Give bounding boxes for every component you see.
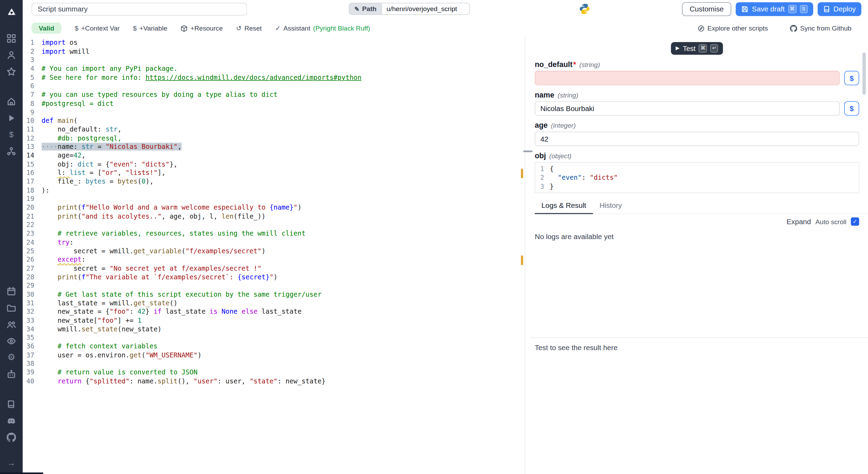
insert-variable-button[interactable]: $ [844, 101, 859, 116]
code-line[interactable]: except: [42, 256, 525, 264]
workers-robot-icon[interactable] [0, 366, 23, 382]
tab-history[interactable]: History [593, 198, 629, 213]
code-line[interactable]: #db: postgresql, [42, 134, 525, 143]
code-line[interactable]: def main( [42, 117, 525, 126]
field-label: age [535, 121, 548, 129]
code-line[interactable]: secret = wmill.get_variable("f/examples/… [42, 247, 525, 256]
line-number: 3 [23, 56, 41, 65]
code-line[interactable]: no_default: str, [42, 126, 525, 134]
reset-button[interactable]: ↺ Reset [236, 24, 262, 32]
code-line[interactable]: new_state["foo"] += 1 [42, 316, 525, 325]
apps-grid-icon[interactable] [0, 30, 23, 46]
line-number: 24 [23, 238, 41, 247]
obj-json-editor[interactable]: 1 { 2 "even": "dicts" 3 } [535, 162, 859, 193]
code-line[interactable]: #postgresql = dict [42, 100, 525, 108]
code-line[interactable]: # fetch context variables [42, 342, 525, 351]
runs-play-icon[interactable] [0, 110, 23, 126]
code-line[interactable] [42, 108, 525, 117]
code-line[interactable]: last_state = wmill.get_state() [42, 299, 525, 308]
groups-users-icon[interactable] [0, 316, 23, 332]
add-variable-button[interactable]: $ +Variable [133, 24, 167, 32]
variables-dollar-icon[interactable]: $ [0, 126, 23, 143]
code-line[interactable]: user = os.environ.get("WM_USERNAME") [42, 351, 525, 360]
code-line[interactable]: # you can use typed resources by doing a… [42, 91, 525, 100]
code-line[interactable]: wmill.set_state(new_state) [42, 325, 525, 334]
collapse-arrow-icon[interactable]: → [0, 454, 23, 471]
field-no-default: no_default* (string) $ [535, 60, 859, 85]
add-resource-button[interactable]: +Resource [181, 24, 223, 32]
code-line[interactable]: print(f"The variable at `f/examples/secr… [42, 273, 525, 282]
code-line[interactable]: import os [42, 39, 525, 48]
path-button[interactable]: ✎ Path [349, 3, 381, 15]
line-number: 20 [23, 204, 41, 212]
code-line[interactable]: secret = "No secret yet at f/examples/se… [42, 264, 525, 273]
code-line[interactable] [42, 82, 525, 91]
save-draft-button[interactable]: Save draft ⌘ S [736, 2, 813, 16]
code-line[interactable]: # You can import any PyPi package. [42, 65, 525, 74]
settings-gear-icon[interactable]: ⚙ [0, 349, 23, 366]
line-number: 14 [23, 152, 41, 160]
code-line[interactable] [42, 282, 525, 290]
line-number: 31 [23, 299, 41, 308]
code-line[interactable]: # return value is converted to JSON [42, 369, 525, 377]
assistant-button[interactable]: ✓ Assistant (Pyright Black Ruff) [275, 24, 370, 32]
audit-eye-icon[interactable] [0, 332, 23, 349]
code-line[interactable] [42, 221, 525, 230]
script-summary-input[interactable] [32, 3, 247, 16]
code-lines[interactable]: import osimport wmill# You can import an… [42, 37, 525, 474]
no-default-input[interactable] [535, 71, 840, 85]
code-line[interactable]: try: [42, 238, 525, 247]
scrollbar-thumb[interactable] [862, 52, 866, 94]
code-line[interactable]: new_state = {"foo": 42} if last_state is… [42, 308, 525, 316]
line-number: 38 [23, 360, 41, 369]
code-line[interactable]: obj: dict = {"even": "dicts"}, [42, 160, 525, 169]
save-draft-label: Save draft [752, 5, 785, 13]
code-line[interactable]: # See here for more info: https://docs.w… [42, 74, 525, 82]
deploy-button[interactable]: Deploy [817, 2, 861, 16]
folders-icon[interactable] [0, 299, 23, 316]
book-icon [823, 6, 830, 13]
age-input[interactable] [535, 132, 859, 146]
code-line[interactable]: ): [42, 186, 525, 195]
star-icon[interactable] [0, 63, 23, 80]
code-line[interactable]: # retrieve variables, resources, states … [42, 230, 525, 238]
code-line[interactable]: import wmill [42, 48, 525, 56]
github-icon[interactable] [0, 429, 23, 446]
path-input[interactable] [382, 3, 470, 15]
sync-github-button[interactable]: Sync from Github [790, 24, 852, 32]
expand-button[interactable]: Expand [786, 218, 811, 226]
schedules-calendar-icon[interactable] [0, 283, 23, 299]
field-type: (string) [579, 61, 600, 68]
code-line[interactable]: file_: bytes = bytes(0), [42, 178, 525, 186]
code-line[interactable]: l: list = ["or", "lists!"], [42, 169, 525, 178]
code-line[interactable] [42, 334, 525, 342]
code-line[interactable]: return {"splitted": name.split(), "user"… [42, 377, 525, 386]
code-line[interactable] [42, 360, 525, 369]
explore-scripts-button[interactable]: Explore other scripts [698, 24, 768, 32]
docs-book-icon[interactable] [0, 396, 23, 412]
home-icon[interactable] [0, 93, 23, 110]
code-line[interactable]: age=42, [42, 152, 525, 160]
code-line[interactable]: print(f"Hello World and a warm welcome e… [42, 204, 525, 212]
code-line[interactable] [42, 195, 525, 204]
user-icon[interactable] [0, 46, 23, 63]
add-context-var-button[interactable]: $ +Context Var [75, 24, 119, 32]
tab-logs-result[interactable]: Logs & Result [535, 198, 593, 214]
insert-variable-button[interactable]: $ [844, 71, 859, 85]
code-editor[interactable]: 1234567891011121314151617181920212223242… [23, 37, 525, 474]
code-line[interactable]: ····name: str = "Nicolas Bourbaki", [42, 143, 525, 152]
line-number: 36 [23, 342, 41, 351]
code-line[interactable]: print("and its acolytes..", age, obj, l,… [42, 212, 525, 221]
discord-icon[interactable] [0, 412, 23, 429]
code-line[interactable]: # Get last state of this script executio… [42, 290, 525, 299]
auto-scroll-checkbox[interactable]: ✓ [851, 218, 859, 226]
line-number: 30 [23, 290, 41, 299]
resources-hub-icon[interactable] [0, 143, 23, 159]
windmill-logo[interactable] [0, 5, 23, 21]
test-button[interactable]: ▶ Test ⌘ ↵ [671, 42, 723, 55]
line-number: 7 [23, 91, 41, 100]
name-input[interactable] [535, 101, 840, 116]
customise-button[interactable]: Customise [682, 2, 732, 16]
panel-splitter[interactable] [525, 37, 530, 474]
code-line[interactable] [42, 56, 525, 65]
